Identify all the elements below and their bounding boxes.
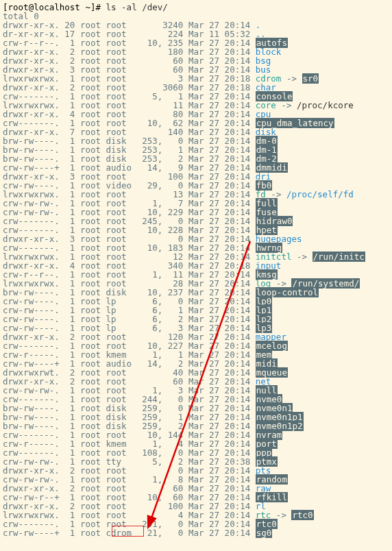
- file-listing: drwxr-xr-x. 20 root root 3240 Mar 27 20:…: [3, 21, 389, 537]
- terminal-output: [root@localhost ~]# ls -al /dev/ total 0…: [3, 3, 389, 537]
- command-text: ls -al /dev/: [106, 2, 168, 12]
- prompt-line: [root@localhost ~]# ls -al /dev/: [3, 3, 389, 12]
- listing-row: crw-rw----+ 1 root cdrom 21, 0 Mar 27 20…: [3, 528, 389, 537]
- file-name: sg0: [256, 528, 273, 538]
